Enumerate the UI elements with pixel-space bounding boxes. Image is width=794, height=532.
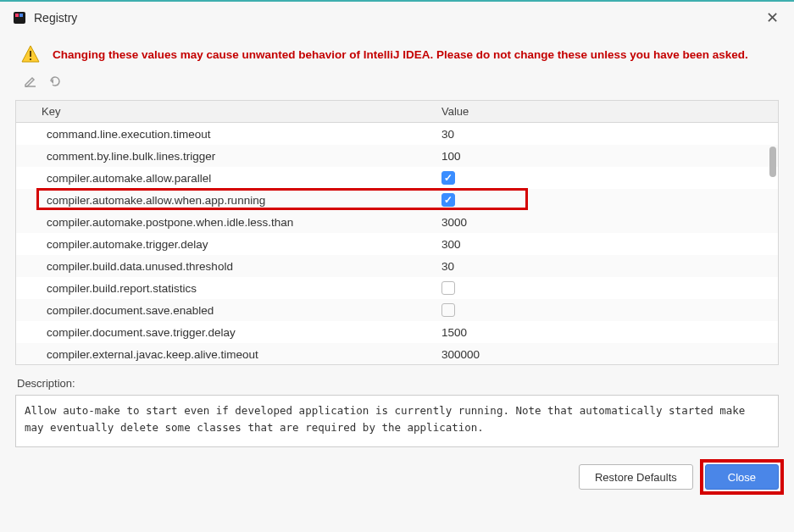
registry-value[interactable]: 30 <box>431 260 778 273</box>
app-icon <box>12 10 27 25</box>
registry-value[interactable] <box>431 303 778 317</box>
warning-text: Changing these values may cause unwanted… <box>53 48 748 61</box>
close-icon[interactable]: ✕ <box>763 8 782 27</box>
registry-key: compiler.build.report.statistics <box>16 282 431 295</box>
registry-key: comment.by.line.bulk.lines.trigger <box>16 150 431 163</box>
registry-key: compiler.external.javac.keep.alive.timeo… <box>16 348 431 361</box>
table-row[interactable]: compiler.automake.postpone.when.idle.les… <box>16 211 778 233</box>
registry-value[interactable] <box>431 281 778 295</box>
registry-key: compiler.document.save.trigger.delay <box>16 326 431 339</box>
table-row[interactable]: compiler.document.save.trigger.delay1500 <box>16 321 778 343</box>
toolbar <box>0 69 794 95</box>
svg-rect-5 <box>30 58 31 60</box>
window-title: Registry <box>34 11 77 25</box>
table-row[interactable]: comment.by.line.bulk.lines.trigger100 <box>16 145 778 167</box>
registry-table: Key Value command.line.execution.timeout… <box>15 100 779 365</box>
restore-defaults-button[interactable]: Restore Defaults <box>579 464 693 490</box>
registry-key: command.line.execution.timeout <box>16 128 431 141</box>
checkbox[interactable] <box>441 193 455 207</box>
scrollbar-thumb[interactable] <box>769 147 776 177</box>
svg-rect-4 <box>30 51 31 57</box>
registry-key: compiler.build.data.unused.threshold <box>16 260 431 273</box>
checkbox[interactable] <box>441 171 455 185</box>
undo-icon[interactable] <box>47 75 61 91</box>
warning-icon <box>20 44 41 64</box>
svg-rect-1 <box>15 14 19 17</box>
footer: Restore Defaults Close <box>0 447 794 490</box>
registry-key: compiler.document.save.enabled <box>16 304 431 317</box>
registry-value[interactable]: 300 <box>431 238 778 251</box>
registry-value[interactable] <box>431 171 778 185</box>
checkbox[interactable] <box>441 303 455 317</box>
description-label: Description: <box>0 365 794 395</box>
checkbox[interactable] <box>441 281 455 295</box>
registry-key: compiler.automake.trigger.delay <box>16 238 431 251</box>
table-row[interactable]: command.line.execution.timeout30 <box>16 123 778 145</box>
registry-value[interactable]: 100 <box>431 150 778 163</box>
table-row[interactable]: compiler.automake.allow.parallel <box>16 167 778 189</box>
svg-rect-2 <box>19 14 23 17</box>
registry-value[interactable]: 3000 <box>431 216 778 229</box>
registry-value[interactable] <box>431 193 778 207</box>
titlebar: Registry ✕ <box>0 2 794 32</box>
header-value[interactable]: Value <box>431 105 778 118</box>
table-row[interactable]: compiler.document.save.enabled <box>16 299 778 321</box>
registry-key: compiler.automake.postpone.when.idle.les… <box>16 216 431 229</box>
registry-value[interactable]: 1500 <box>431 326 778 339</box>
registry-value[interactable]: 30 <box>431 128 778 141</box>
header-key[interactable]: Key <box>16 105 431 118</box>
table-header: Key Value <box>16 101 778 123</box>
registry-value[interactable]: 300000 <box>431 348 778 361</box>
table-row[interactable]: compiler.external.javac.keep.alive.timeo… <box>16 343 778 365</box>
table-row[interactable]: compiler.build.data.unused.threshold30 <box>16 255 778 277</box>
close-button[interactable]: Close <box>705 464 779 490</box>
warning-row: Changing these values may cause unwanted… <box>0 32 794 69</box>
table-row[interactable]: compiler.build.report.statistics <box>16 277 778 299</box>
edit-icon[interactable] <box>24 75 37 91</box>
table-body: command.line.execution.timeout30comment.… <box>16 123 778 365</box>
registry-key: compiler.automake.allow.parallel <box>16 172 431 185</box>
table-row[interactable]: compiler.automake.trigger.delay300 <box>16 233 778 255</box>
table-row[interactable]: compiler.automake.allow.when.app.running <box>16 189 778 211</box>
description-box: Allow auto-make to start even if develop… <box>15 395 779 447</box>
registry-key: compiler.automake.allow.when.app.running <box>16 194 431 207</box>
